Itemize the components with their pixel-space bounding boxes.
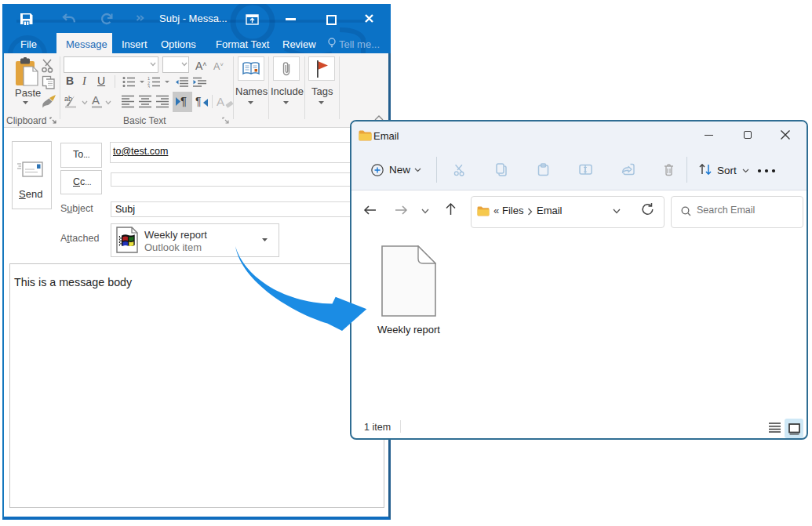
svg-text:3: 3	[147, 85, 150, 89]
